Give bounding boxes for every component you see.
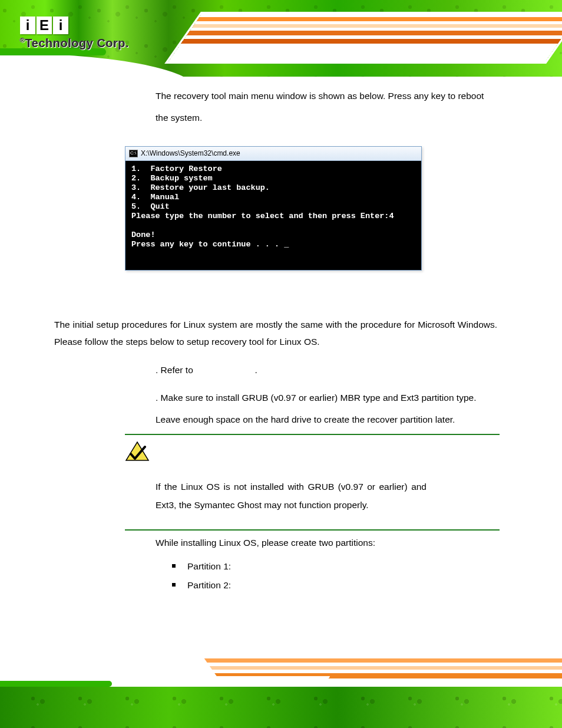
registered-mark: ®: [20, 37, 25, 44]
cmd-icon: [129, 150, 138, 157]
note-top-rule: [125, 434, 500, 435]
header-band: i E i ®Technology Corp.: [0, 0, 562, 77]
logo-letter-i2: i: [53, 17, 68, 34]
cmd-title-bar: X:\Windows\System32\cmd.exe: [125, 147, 421, 161]
note-icon: [125, 441, 150, 462]
header-white-swoosh: [0, 53, 194, 77]
logo-letter-i1: i: [20, 17, 35, 34]
intro-paragraph: The recovery tool main menu window is sh…: [156, 85, 497, 129]
step-1-end: .: [254, 365, 257, 375]
subtext: While installing Linux OS, please create…: [156, 536, 497, 549]
footer-green-bar: [0, 687, 562, 728]
page-content: The recovery tool main menu window is sh…: [0, 77, 562, 645]
note-bottom-rule: [125, 529, 500, 531]
logo-company-name: Technology Corp.: [25, 37, 130, 50]
partition-bullets: Partition 1: Partition 2:: [172, 560, 497, 591]
footer-green-curve: [0, 681, 112, 687]
bullet-partition-2: Partition 2:: [172, 579, 497, 592]
logo-letter-E: E: [37, 17, 52, 34]
logo-block: i E i ®Technology Corp.: [20, 17, 129, 50]
step-1: . Refer to .: [156, 359, 497, 381]
step-2: . Make sure to install GRUB (v0.97 or ea…: [156, 387, 497, 430]
cmd-window: X:\Windows\System32\cmd.exe 1. Factory R…: [125, 146, 422, 271]
section-paragraph: The initial setup procedures for Linux s…: [54, 317, 497, 350]
logo-iei-mark: i E i: [20, 17, 129, 34]
header-diagonal-stripes: [168, 14, 562, 61]
step-1-mid: . Refer to: [156, 365, 193, 375]
cmd-title-text: X:\Windows\System32\cmd.exe: [141, 149, 240, 159]
footer-band: [0, 645, 562, 728]
note-text: If the Linux OS is not installed with GR…: [156, 477, 427, 514]
cmd-body: 1. Factory Restore 2. Backup system 3. R…: [125, 161, 421, 270]
bullet-partition-1: Partition 1:: [172, 560, 497, 573]
logo-text: ®Technology Corp.: [20, 37, 129, 50]
